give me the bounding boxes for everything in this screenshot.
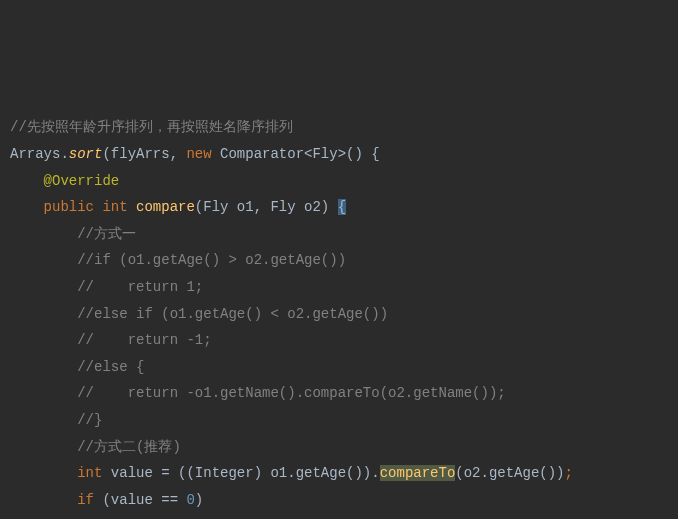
code-line: //方式二(推荐) [10, 434, 668, 461]
code-line: Arrays.sort(flyArrs, new Comparator<Fly>… [10, 141, 668, 168]
comment: //方式一 [77, 226, 136, 242]
keyword-int: int [77, 465, 111, 481]
annotation-override: @Override [44, 173, 120, 189]
method-compare: compare [136, 199, 195, 215]
comment: //else { [77, 359, 144, 375]
open-brace-cursor: { [338, 199, 346, 215]
code-line: //先按照年龄升序排列，再按照姓名降序排列 [10, 114, 668, 141]
code-line: int value = ((Integer) o1.getAge()).comp… [10, 460, 668, 487]
code-line: // return -o1.getName().compareTo(o2.get… [10, 380, 668, 407]
code-line: //} [10, 407, 668, 434]
method-call: sort [69, 146, 103, 162]
comment: //if (o1.getAge() > o2.getAge()) [77, 252, 346, 268]
code-line: return -o1.getName().compareTo(o2.getNam… [10, 513, 668, 519]
code-line: @Override [10, 168, 668, 195]
code-line: //else if (o1.getAge() < o2.getAge()) [10, 301, 668, 328]
keyword-if: if [77, 492, 102, 508]
code-line: //if (o1.getAge() > o2.getAge()) [10, 247, 668, 274]
highlight-compareto: compareTo [380, 465, 456, 481]
code-editor[interactable]: //先按照年龄升序排列，再按照姓名降序排列Arrays.sort(flyArrs… [10, 114, 668, 519]
code-line: if (value == 0) [10, 487, 668, 514]
code-line: public int compare(Fly o1, Fly o2) { [10, 194, 668, 221]
code-line: //方式一 [10, 221, 668, 248]
comment: //先按照年龄升序排列，再按照姓名降序排列 [10, 119, 293, 135]
keyword-public: public [44, 199, 103, 215]
comment: // return 1; [77, 279, 203, 295]
keyword-int: int [102, 199, 136, 215]
keyword-new: new [186, 146, 220, 162]
code-line: //else { [10, 354, 668, 381]
comment: //} [77, 412, 102, 428]
code-line: // return -1; [10, 327, 668, 354]
comment: //else if (o1.getAge() < o2.getAge()) [77, 306, 388, 322]
number-zero: 0 [186, 492, 194, 508]
code-line: // return 1; [10, 274, 668, 301]
comment: // return -o1.getName().compareTo(o2.get… [77, 385, 505, 401]
comment: // return -1; [77, 332, 211, 348]
comment: //方式二(推荐) [77, 439, 181, 455]
